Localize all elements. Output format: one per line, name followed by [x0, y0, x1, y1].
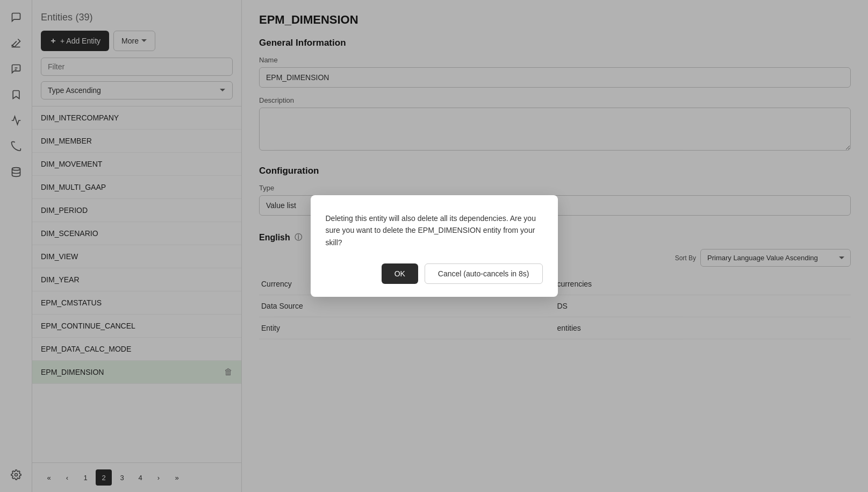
dialog-message: Deleting this entity will also delete al… — [326, 212, 543, 248]
dialog-actions: OK Cancel (auto-cancels in 8s) — [326, 263, 543, 284]
cancel-button[interactable]: Cancel (auto-cancels in 8s) — [425, 263, 543, 284]
confirmation-dialog: Deleting this entity will also delete al… — [311, 195, 558, 297]
ok-button[interactable]: OK — [382, 263, 418, 284]
dialog-overlay: Deleting this entity will also delete al… — [242, 0, 868, 492]
main-content: EPM_DIMENSION General Information Name D… — [242, 0, 868, 492]
